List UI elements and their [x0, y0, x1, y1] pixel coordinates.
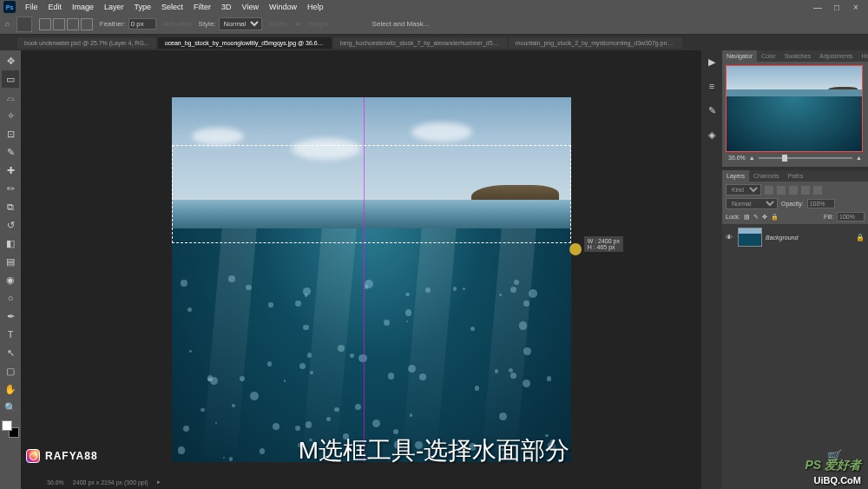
- tab-book-underwater[interactable]: book underwater.psd @ 25.7% (Layer 4, RG…: [17, 37, 156, 49]
- lock-pixels-icon[interactable]: ✎: [753, 214, 759, 221]
- history-icon[interactable]: ≡: [704, 78, 720, 94]
- tab-paths[interactable]: Paths: [784, 170, 808, 182]
- current-tool-icon[interactable]: [16, 17, 32, 32]
- filter-pixel-icon[interactable]: [765, 186, 773, 195]
- color-swatches[interactable]: [2, 420, 19, 438]
- history-brush-tool[interactable]: ↺: [2, 216, 19, 234]
- menu-3d[interactable]: 3D: [217, 3, 236, 11]
- document-canvas[interactable]: W : 2400 px H : 465 px: [172, 97, 571, 462]
- stamp-tool[interactable]: ⧉: [2, 198, 19, 215]
- instagram-watermark: RAFYA88: [26, 449, 98, 463]
- tab-ocean-bg[interactable]: ocean_bg_stock_by_moonglowlilly_d5mgqys.…: [158, 37, 332, 49]
- options-bar: ⌂ Feather: Anti-alias Style: Normal Widt…: [0, 14, 868, 35]
- menu-help[interactable]: Help: [303, 3, 328, 11]
- home-icon[interactable]: ⌂: [5, 20, 10, 28]
- filter-shape-icon[interactable]: [801, 186, 810, 195]
- selection-subtract-icon[interactable]: [67, 18, 79, 30]
- zoom-tool[interactable]: 🔍: [2, 399, 19, 416]
- menu-select[interactable]: Select: [157, 3, 187, 11]
- eraser-tool[interactable]: ◧: [2, 235, 19, 252]
- selection-add-icon[interactable]: [53, 18, 65, 30]
- opacity-input[interactable]: [807, 199, 835, 208]
- marquee-selection[interactable]: [172, 145, 571, 243]
- maximize-button[interactable]: □: [828, 3, 845, 12]
- right-panels: Navigator Color Swatches Adjustments His…: [722, 50, 868, 489]
- style-select[interactable]: Normal: [219, 17, 262, 30]
- doc-info[interactable]: 2400 px x 2194 px (300 ppi): [73, 479, 148, 486]
- layer-thumbnail[interactable]: [738, 228, 762, 247]
- visibility-icon[interactable]: 👁: [726, 234, 734, 241]
- dodge-tool[interactable]: ○: [2, 289, 19, 307]
- canvas-area[interactable]: W : 2400 px H : 465 px 36.6% 2400 px x 2…: [21, 50, 701, 489]
- type-tool[interactable]: T: [2, 326, 19, 343]
- eyedropper-tool[interactable]: ✎: [2, 143, 19, 161]
- tab-swatches[interactable]: Swatches: [780, 50, 815, 62]
- layers-tabs: Layers Channels Paths: [722, 170, 868, 182]
- move-tool[interactable]: ✥: [2, 52, 19, 69]
- lock-position-icon[interactable]: ✥: [762, 214, 767, 221]
- menu-image[interactable]: Image: [68, 3, 98, 11]
- tools-panel: ✥▭⌓✧⊡✎✚✏⧉↺◧▤◉○✒T↖▢✋🔍: [0, 50, 21, 489]
- brush-panel-icon[interactable]: ✎: [704, 102, 720, 118]
- layer-name[interactable]: Background: [766, 235, 852, 241]
- lasso-tool[interactable]: ⌓: [2, 89, 19, 106]
- tab-adjustments[interactable]: Adjustments: [815, 50, 858, 62]
- status-arrow-icon[interactable]: ▸: [157, 479, 161, 486]
- rectangle-tool[interactable]: ▢: [2, 362, 19, 380]
- hand-tool[interactable]: ✋: [2, 380, 19, 398]
- zoom-in-icon[interactable]: ▲: [856, 155, 862, 161]
- window-controls: — □ ×: [809, 3, 865, 12]
- filter-type-icon[interactable]: [789, 186, 798, 195]
- fill-input[interactable]: [837, 212, 865, 221]
- layer-row-background[interactable]: 👁 Background 🔒: [724, 226, 866, 248]
- menu-layer[interactable]: Layer: [100, 3, 128, 11]
- filter-adjustment-icon[interactable]: [777, 186, 786, 195]
- filter-smart-icon[interactable]: [813, 186, 822, 195]
- fill-label: Fill:: [824, 214, 833, 220]
- layer-filter-kind[interactable]: Kind: [726, 184, 761, 195]
- gradient-tool[interactable]: ▤: [2, 253, 19, 270]
- tab-layers[interactable]: Layers: [722, 170, 749, 182]
- feather-input[interactable]: [128, 18, 156, 30]
- menu-type[interactable]: Type: [130, 3, 156, 11]
- cursor-indicator: [569, 243, 582, 255]
- magic-wand-tool[interactable]: ✧: [2, 107, 19, 124]
- nav-zoom-value[interactable]: 36.6%: [728, 155, 746, 161]
- tab-berg[interactable]: berg_hochoesterwitz_stock_7_by_alexander…: [333, 37, 507, 49]
- lock-transparent-icon[interactable]: ▨: [744, 214, 750, 221]
- selection-new-icon[interactable]: [39, 18, 51, 30]
- zoom-level[interactable]: 36.6%: [47, 479, 64, 486]
- pen-tool[interactable]: ✒: [2, 307, 19, 325]
- menu-file[interactable]: File: [21, 3, 43, 11]
- tab-channels[interactable]: Channels: [749, 170, 784, 182]
- lock-all-icon[interactable]: 🔒: [771, 214, 779, 221]
- blur-tool[interactable]: ◉: [2, 271, 19, 288]
- path-tool[interactable]: ↖: [2, 344, 19, 361]
- marquee-tool[interactable]: ▭: [2, 70, 19, 88]
- styles-icon[interactable]: ◈: [704, 127, 720, 142]
- tab-histogram[interactable]: Histogram: [858, 50, 868, 62]
- tab-mountain[interactable]: mountain_png_stock_2_by_mysticmorning_d3…: [509, 37, 682, 49]
- crop-tool[interactable]: ⊡: [2, 125, 19, 142]
- selection-intersect-icon[interactable]: [81, 18, 93, 30]
- select-and-mask-button[interactable]: Select and Mask...: [372, 20, 430, 28]
- layers-panel: Kind Normal Opacity: Lock:: [722, 182, 868, 489]
- underwater-region: [172, 228, 571, 462]
- blend-mode-select[interactable]: Normal: [726, 198, 778, 209]
- navigator-panel: 36.6% ▲ ▲: [722, 62, 868, 167]
- brush-tool[interactable]: ✏: [2, 180, 19, 197]
- tab-color[interactable]: Color: [757, 50, 780, 62]
- expand-icon[interactable]: ▶: [704, 54, 720, 69]
- minimize-button[interactable]: —: [809, 3, 826, 12]
- navigator-thumbnail[interactable]: [726, 65, 863, 152]
- menu-window[interactable]: Window: [265, 3, 301, 11]
- healing-tool[interactable]: ✚: [2, 162, 19, 179]
- zoom-out-icon[interactable]: ▲: [749, 155, 755, 161]
- tab-navigator[interactable]: Navigator: [722, 50, 757, 62]
- close-button[interactable]: ×: [847, 3, 865, 12]
- lock-icon[interactable]: 🔒: [856, 234, 865, 241]
- nav-zoom-slider[interactable]: [759, 157, 852, 159]
- menu-filter[interactable]: Filter: [189, 3, 215, 11]
- menu-edit[interactable]: Edit: [44, 3, 67, 11]
- menu-view[interactable]: View: [238, 3, 263, 11]
